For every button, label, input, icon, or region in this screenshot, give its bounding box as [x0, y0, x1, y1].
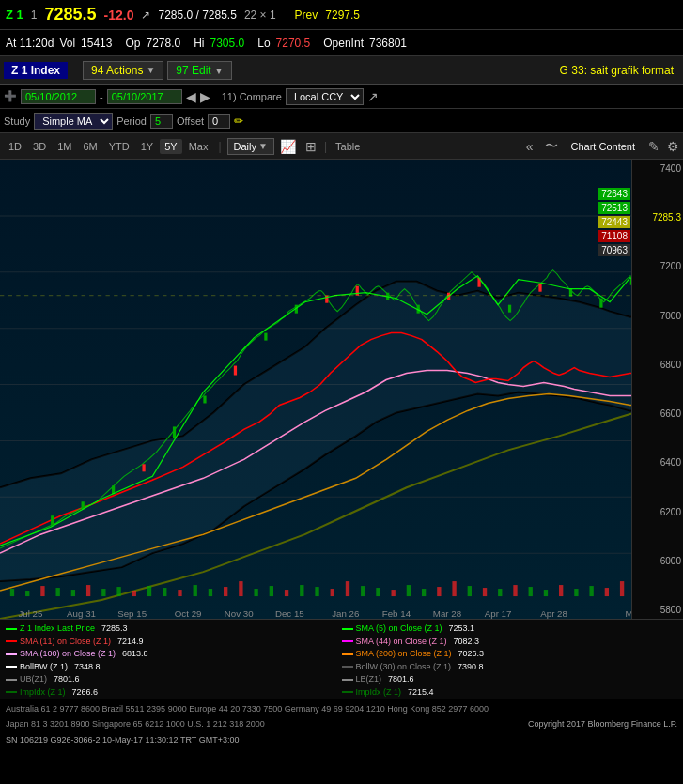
legend-item-5: SMA (100) on Close (Z 1) 6813.8: [6, 648, 342, 661]
tf-wave-icon[interactable]: 〜: [541, 136, 562, 157]
price-tick-6000: 6000: [634, 556, 681, 566]
legend-text-1: Z 1 Index Last Price: [20, 623, 95, 636]
toolbar-title: Z 1 Index: [4, 62, 68, 79]
tf-3d-button[interactable]: 3D: [28, 139, 51, 154]
study-bar: Study Simple MA Period Offset ✏: [0, 109, 683, 133]
date-prev-icon[interactable]: ◀: [186, 89, 196, 104]
date-next-icon[interactable]: ▶: [200, 89, 210, 104]
svg-rect-31: [10, 589, 14, 596]
to-date-input[interactable]: [107, 89, 182, 104]
legend-color-10: [342, 679, 353, 681]
from-date-input[interactable]: [21, 89, 96, 104]
legend-value-3: 7214.9: [117, 636, 144, 649]
tf-6m-button[interactable]: 6M: [78, 139, 101, 154]
svg-rect-50: [300, 585, 303, 596]
svg-rect-69: [589, 586, 593, 596]
period-input[interactable]: [150, 114, 173, 129]
tf-left-arrow-icon[interactable]: «: [522, 137, 537, 156]
tf-line-icon[interactable]: 📈: [276, 137, 300, 156]
svg-rect-41: [163, 588, 166, 596]
tf-daily-button[interactable]: Daily ▼: [227, 138, 274, 155]
tf-1m-button[interactable]: 1M: [53, 139, 76, 154]
tf-table-button[interactable]: Table: [331, 139, 365, 154]
legend-value-7: 7348.8: [74, 661, 101, 674]
compare-dropdown[interactable]: Local CCY USD: [286, 88, 364, 105]
date-expand-icon[interactable]: ➕: [4, 90, 17, 102]
legend-item-7: BollBW (Z 1) 7348.8: [6, 661, 342, 674]
svg-rect-39: [132, 591, 136, 596]
openint-label: OpenInt: [323, 37, 364, 50]
study-select[interactable]: Simple MA: [34, 113, 113, 130]
price-tick-7200: 7200: [634, 261, 681, 271]
right-label-1: 72643: [598, 188, 630, 200]
svg-rect-14: [203, 395, 206, 403]
compare-expand-icon[interactable]: ↗: [367, 89, 379, 104]
legend-item-1: Z 1 Index Last Price 7285.3: [6, 623, 342, 636]
chart-content-button[interactable]: Chart Content: [566, 139, 641, 154]
at-time: At 11:20d: [6, 37, 54, 50]
footer-sn: SN 106219 G926-3066-2 10-May-17 11:30:12…: [6, 733, 677, 746]
chart-area: Jul 25 Aug 31 Sep 15 Oct 29 Nov 30 Dec 1…: [0, 160, 683, 620]
tf-max-button[interactable]: Max: [184, 139, 213, 154]
svg-rect-61: [468, 586, 472, 596]
svg-rect-40: [147, 586, 151, 596]
legend-text-3: SMA (11) on Close (Z 1): [20, 636, 111, 649]
svg-rect-49: [285, 590, 288, 596]
op-value: 7278.0: [146, 37, 180, 50]
tf-candle-icon[interactable]: ⊞: [302, 137, 320, 156]
tf-edit-icon[interactable]: ✎: [644, 137, 663, 156]
svg-text:Dec 15: Dec 15: [275, 609, 304, 619]
legend-value-1: 7285.3: [101, 623, 128, 636]
svg-rect-24: [508, 305, 511, 313]
pencil-icon[interactable]: ✏: [234, 115, 243, 128]
tf-ytd-button[interactable]: YTD: [104, 139, 134, 154]
offset-input[interactable]: [208, 114, 230, 129]
info-bar: At 11:20d Vol 15413 Op 7278.0 Hi 7305.0 …: [0, 30, 683, 56]
study-label: Study: [4, 115, 30, 127]
svg-text:Feb 14: Feb 14: [382, 609, 411, 619]
right-labels: 72643 72513 72443 71108 70963: [598, 188, 630, 256]
svg-rect-12: [142, 464, 145, 471]
actions-button[interactable]: 94 Actions ▼: [83, 61, 163, 80]
price-scale: 7400 7285.3 7200 7000 6800 6600 6400 620…: [631, 160, 683, 619]
legend-item-4: SMA (44) on Close (Z 1) 7082.3: [342, 636, 678, 649]
legend-text-9: UB(Z1): [20, 673, 47, 686]
vol-label: Vol: [59, 37, 75, 50]
tf-separator2: |: [324, 140, 327, 153]
lo-value: 7270.5: [276, 37, 311, 50]
right-label-5: 70963: [598, 244, 630, 256]
legend-value-5: 6813.8: [122, 648, 148, 661]
legend-color-4: [342, 640, 353, 642]
svg-text:Aug 31: Aug 31: [67, 609, 96, 619]
legend-value-12: 7215.4: [408, 686, 434, 699]
compare-label: 11) Compare: [222, 91, 282, 102]
legend-color-5: [6, 653, 17, 655]
chart-svg: Jul 25 Aug 31 Sep 15 Oct 29 Nov 30 Dec 1…: [0, 160, 683, 619]
svg-rect-35: [71, 590, 75, 596]
legend-value-8: 7390.8: [458, 661, 484, 674]
svg-text:Mar 28: Mar 28: [433, 609, 461, 619]
legend-color-7: [6, 666, 17, 668]
svg-rect-67: [559, 585, 563, 596]
tf-1y-button[interactable]: 1Y: [136, 139, 158, 154]
edit-button[interactable]: 97 Edit ▼: [167, 61, 232, 80]
price-detail: 7285.0 / 7285.5: [158, 8, 236, 22]
tf-5y-button[interactable]: 5Y: [160, 139, 181, 154]
tf-right: « 〜 Chart Content ✎ ⚙: [522, 136, 679, 157]
legend-value-6: 7026.3: [458, 648, 485, 661]
prev-label: Prev: [295, 8, 318, 22]
tf-1d-button[interactable]: 1D: [4, 139, 26, 154]
svg-rect-9: [51, 515, 54, 525]
legend-value-9: 7801.6: [54, 673, 80, 686]
tf-gear-icon[interactable]: ⚙: [667, 139, 679, 154]
legend-value-2: 7253.1: [449, 623, 475, 636]
legend-color-8: [342, 666, 353, 668]
openint-value: 736801: [369, 37, 407, 50]
hi-value: 7305.0: [210, 37, 245, 50]
right-label-4: 71108: [598, 230, 630, 242]
bottom-legend: Z 1 Index Last Price 7285.3 SMA (5) on C…: [0, 620, 683, 699]
legend-text-8: BollW (30) on Close (Z 1): [356, 661, 452, 674]
svg-rect-32: [25, 591, 29, 596]
timeframe-bar: 1D 3D 1M 6M YTD 1Y 5Y Max | Daily ▼ 📈 ⊞ …: [0, 133, 683, 160]
legend-item-2: SMA (5) on Close (Z 1) 7253.1: [342, 623, 678, 636]
